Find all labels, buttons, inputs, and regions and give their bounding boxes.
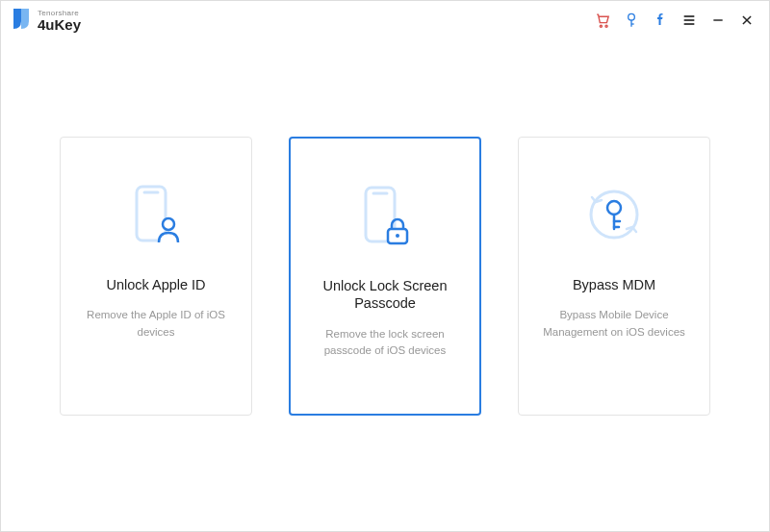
svg-point-17	[396, 234, 399, 238]
svg-point-2	[629, 13, 635, 20]
svg-point-19	[607, 201, 621, 215]
close-icon[interactable]	[738, 12, 756, 29]
svg-rect-11	[137, 187, 166, 241]
brand: Tenorshare 4uKey	[11, 8, 81, 33]
card-title: Unlock Apple ID	[106, 276, 205, 294]
phone-user-icon	[127, 180, 185, 249]
minimize-icon[interactable]	[709, 12, 727, 29]
card-unlock-lock-screen[interactable]: Unlock Lock Screen Passcode Remove the l…	[289, 137, 481, 416]
menu-icon[interactable]	[680, 12, 698, 29]
card-title: Bypass MDM	[573, 276, 655, 294]
brand-app: 4uKey	[38, 17, 81, 32]
svg-point-0	[600, 25, 602, 27]
bypass-key-icon	[582, 180, 646, 249]
brand-text: Tenorshare 4uKey	[38, 10, 81, 32]
card-bypass-mdm[interactable]: Bypass MDM Bypass Mobile Device Manageme…	[518, 137, 710, 416]
card-desc: Remove the Apple ID of iOS devices	[78, 307, 234, 341]
card-unlock-apple-id[interactable]: Unlock Apple ID Remove the Apple ID of i…	[60, 137, 252, 416]
card-desc: Bypass Mobile Device Management on iOS d…	[536, 307, 692, 341]
cart-icon[interactable]	[594, 12, 611, 29]
main-content: Unlock Apple ID Remove the Apple ID of i…	[1, 39, 769, 531]
facebook-icon[interactable]	[652, 12, 669, 29]
app-logo-icon	[11, 8, 32, 33]
card-title: Unlock Lock Screen Passcode	[308, 277, 462, 314]
window-controls	[594, 12, 756, 29]
key-icon[interactable]	[623, 12, 640, 29]
phone-lock-icon	[356, 181, 414, 250]
titlebar: Tenorshare 4uKey	[1, 1, 769, 39]
card-desc: Remove the lock screen passcode of iOS d…	[308, 326, 462, 360]
svg-point-1	[604, 25, 606, 27]
svg-point-13	[163, 218, 174, 230]
